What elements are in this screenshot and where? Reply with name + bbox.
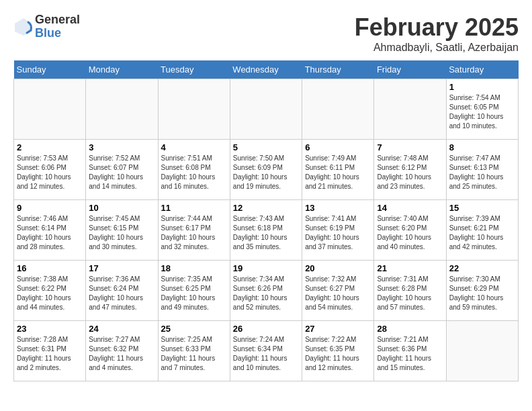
day-info: Sunrise: 7:27 AM Sunset: 6:32 PM Dayligh…: [89, 335, 154, 373]
day-info: Sunrise: 7:24 AM Sunset: 6:34 PM Dayligh…: [233, 335, 299, 373]
day-info: Sunrise: 7:35 AM Sunset: 6:25 PM Dayligh…: [161, 275, 227, 312]
calendar-cell: 8Sunrise: 7:47 AM Sunset: 6:13 PM Daylig…: [446, 140, 518, 200]
day-info: Sunrise: 7:51 AM Sunset: 6:08 PM Dayligh…: [161, 154, 227, 191]
calendar-cell: 25Sunrise: 7:25 AM Sunset: 6:33 PM Dayli…: [158, 321, 230, 381]
day-number: 5: [233, 142, 299, 152]
day-number: 25: [161, 324, 227, 334]
day-info: Sunrise: 7:40 AM Sunset: 6:20 PM Dayligh…: [377, 214, 443, 252]
day-number: 22: [449, 263, 515, 273]
day-number: 17: [89, 263, 154, 273]
logo-text: General Blue: [35, 13, 80, 40]
day-number: 2: [17, 142, 83, 152]
calendar-cell: 4Sunrise: 7:51 AM Sunset: 6:08 PM Daylig…: [158, 140, 230, 200]
day-number: 18: [161, 263, 227, 273]
calendar-table: SundayMondayTuesdayWednesdayThursdayFrid…: [13, 60, 519, 381]
calendar-week-row: 23Sunrise: 7:28 AM Sunset: 6:31 PM Dayli…: [14, 321, 519, 381]
calendar-cell: [230, 79, 302, 140]
calendar-cell: 6Sunrise: 7:49 AM Sunset: 6:11 PM Daylig…: [302, 140, 374, 200]
day-number: 7: [377, 142, 443, 152]
day-info: Sunrise: 7:49 AM Sunset: 6:11 PM Dayligh…: [305, 154, 371, 191]
month-title: February 2025: [355, 13, 519, 42]
calendar-header-row: SundayMondayTuesdayWednesdayThursdayFrid…: [14, 60, 519, 79]
day-info: Sunrise: 7:21 AM Sunset: 6:36 PM Dayligh…: [377, 335, 443, 373]
calendar-header-thursday: Thursday: [302, 60, 374, 79]
day-info: Sunrise: 7:50 AM Sunset: 6:09 PM Dayligh…: [233, 154, 299, 191]
day-number: 10: [89, 203, 154, 213]
calendar-header-friday: Friday: [374, 60, 446, 79]
calendar-cell: 2Sunrise: 7:53 AM Sunset: 6:06 PM Daylig…: [14, 140, 86, 200]
day-number: 21: [377, 263, 443, 273]
day-info: Sunrise: 7:43 AM Sunset: 6:18 PM Dayligh…: [233, 214, 299, 252]
day-number: 26: [233, 324, 299, 334]
day-number: 19: [233, 263, 299, 273]
calendar-week-row: 9Sunrise: 7:46 AM Sunset: 6:14 PM Daylig…: [14, 200, 519, 261]
day-info: Sunrise: 7:48 AM Sunset: 6:12 PM Dayligh…: [377, 154, 443, 191]
logo-blue-label: Blue: [35, 27, 80, 40]
calendar-cell: 13Sunrise: 7:41 AM Sunset: 6:19 PM Dayli…: [302, 200, 374, 261]
calendar-cell: 5Sunrise: 7:50 AM Sunset: 6:09 PM Daylig…: [230, 140, 302, 200]
day-number: 6: [305, 142, 371, 152]
day-info: Sunrise: 7:47 AM Sunset: 6:13 PM Dayligh…: [449, 154, 515, 191]
day-number: 16: [17, 263, 83, 273]
day-number: 15: [449, 203, 515, 213]
calendar-cell: [14, 79, 86, 140]
calendar-week-row: 2Sunrise: 7:53 AM Sunset: 6:06 PM Daylig…: [14, 140, 519, 200]
day-number: 20: [305, 263, 371, 273]
calendar-cell: 26Sunrise: 7:24 AM Sunset: 6:34 PM Dayli…: [230, 321, 302, 381]
calendar-cell: 17Sunrise: 7:36 AM Sunset: 6:24 PM Dayli…: [86, 261, 158, 321]
calendar-cell: 18Sunrise: 7:35 AM Sunset: 6:25 PM Dayli…: [158, 261, 230, 321]
calendar-cell: 9Sunrise: 7:46 AM Sunset: 6:14 PM Daylig…: [14, 200, 86, 261]
calendar-cell: 1Sunrise: 7:54 AM Sunset: 6:05 PM Daylig…: [446, 79, 518, 140]
day-info: Sunrise: 7:32 AM Sunset: 6:27 PM Dayligh…: [305, 275, 371, 312]
day-info: Sunrise: 7:38 AM Sunset: 6:22 PM Dayligh…: [17, 275, 83, 312]
calendar-cell: [374, 79, 446, 140]
calendar-header-tuesday: Tuesday: [158, 60, 230, 79]
calendar-cell: 27Sunrise: 7:22 AM Sunset: 6:35 PM Dayli…: [302, 321, 374, 381]
calendar-header-sunday: Sunday: [14, 60, 86, 79]
day-info: Sunrise: 7:36 AM Sunset: 6:24 PM Dayligh…: [89, 275, 154, 312]
calendar-cell: [302, 79, 374, 140]
day-info: Sunrise: 7:53 AM Sunset: 6:06 PM Dayligh…: [17, 154, 83, 191]
title-block: February 2025 Ahmadbayli, Saatli, Azerba…: [355, 13, 519, 54]
day-info: Sunrise: 7:28 AM Sunset: 6:31 PM Dayligh…: [17, 335, 83, 373]
calendar-header-wednesday: Wednesday: [230, 60, 302, 79]
calendar-cell: 3Sunrise: 7:52 AM Sunset: 6:07 PM Daylig…: [86, 140, 158, 200]
day-number: 11: [161, 203, 227, 213]
day-number: 24: [89, 324, 154, 334]
calendar-cell: [158, 79, 230, 140]
day-info: Sunrise: 7:34 AM Sunset: 6:26 PM Dayligh…: [233, 275, 299, 312]
calendar-cell: 12Sunrise: 7:43 AM Sunset: 6:18 PM Dayli…: [230, 200, 302, 261]
calendar-cell: 22Sunrise: 7:30 AM Sunset: 6:29 PM Dayli…: [446, 261, 518, 321]
page-header: General Blue February 2025 Ahmadbayli, S…: [13, 13, 519, 54]
day-number: 12: [233, 203, 299, 213]
calendar-week-row: 16Sunrise: 7:38 AM Sunset: 6:22 PM Dayli…: [14, 261, 519, 321]
day-number: 27: [305, 324, 371, 334]
logo-icon: [13, 17, 34, 37]
day-number: 3: [89, 142, 154, 152]
calendar-cell: 7Sunrise: 7:48 AM Sunset: 6:12 PM Daylig…: [374, 140, 446, 200]
day-info: Sunrise: 7:31 AM Sunset: 6:28 PM Dayligh…: [377, 275, 443, 312]
calendar-week-row: 1Sunrise: 7:54 AM Sunset: 6:05 PM Daylig…: [14, 79, 519, 140]
day-number: 23: [17, 324, 83, 334]
calendar-header-saturday: Saturday: [446, 60, 518, 79]
day-number: 14: [377, 203, 443, 213]
calendar-cell: 23Sunrise: 7:28 AM Sunset: 6:31 PM Dayli…: [14, 321, 86, 381]
calendar-cell: 20Sunrise: 7:32 AM Sunset: 6:27 PM Dayli…: [302, 261, 374, 321]
day-number: 13: [305, 203, 371, 213]
calendar-cell: 21Sunrise: 7:31 AM Sunset: 6:28 PM Dayli…: [374, 261, 446, 321]
calendar-cell: [446, 321, 518, 381]
day-number: 1: [449, 82, 515, 92]
calendar-cell: 16Sunrise: 7:38 AM Sunset: 6:22 PM Dayli…: [14, 261, 86, 321]
calendar-cell: [86, 79, 158, 140]
calendar-cell: 15Sunrise: 7:39 AM Sunset: 6:21 PM Dayli…: [446, 200, 518, 261]
day-info: Sunrise: 7:44 AM Sunset: 6:17 PM Dayligh…: [161, 214, 227, 252]
location-title: Ahmadbayli, Saatli, Azerbaijan: [355, 42, 519, 54]
day-info: Sunrise: 7:22 AM Sunset: 6:35 PM Dayligh…: [305, 335, 371, 373]
calendar-cell: 28Sunrise: 7:21 AM Sunset: 6:36 PM Dayli…: [374, 321, 446, 381]
day-number: 28: [377, 324, 443, 334]
logo-general-label: General: [35, 13, 80, 27]
day-info: Sunrise: 7:45 AM Sunset: 6:15 PM Dayligh…: [89, 214, 154, 252]
calendar-cell: 19Sunrise: 7:34 AM Sunset: 6:26 PM Dayli…: [230, 261, 302, 321]
day-number: 8: [449, 142, 515, 152]
day-info: Sunrise: 7:46 AM Sunset: 6:14 PM Dayligh…: [17, 214, 83, 252]
